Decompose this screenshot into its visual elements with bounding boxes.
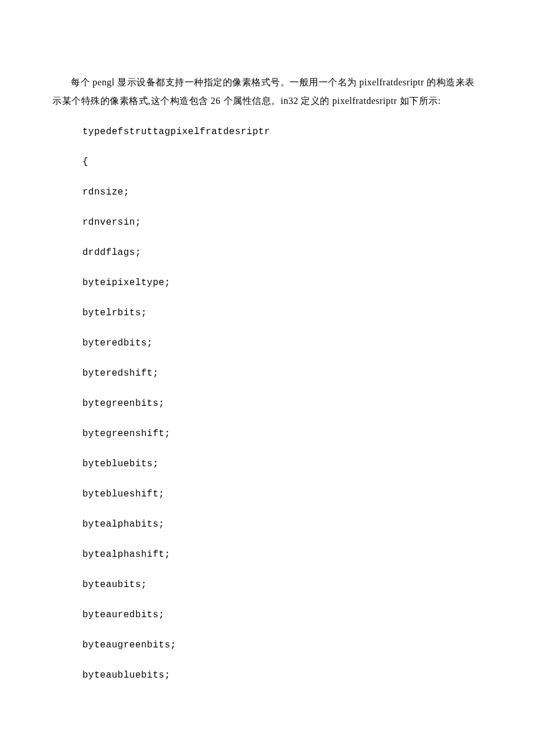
code-line: byteaubits; [82,579,482,590]
code-line: rdnversin; [82,217,482,228]
code-line: bytelrbits; [82,308,482,318]
code-line: bytegreenshift; [82,429,482,439]
code-line: bytealphabits; [82,519,482,530]
code-line: drddflags; [82,247,482,258]
code-line: byteaubluebits; [82,670,482,681]
code-line: byteaugreenbits; [82,640,482,650]
code-line: { [82,157,482,167]
code-line: byteipixeltype; [82,278,482,288]
code-line: byteredbits; [82,338,482,348]
code-line: rdnsize; [82,187,482,197]
code-line: byteauredbits; [82,610,482,620]
code-line: bytealphashift; [82,549,482,560]
document-page: 每个 pengl 显示设备都支持一种指定的像素格式号。一般用一个名为 pixel… [0,0,534,735]
code-line: byteredshift; [82,368,482,379]
code-line: bytebluebits; [82,459,482,469]
code-line: byteblueshift; [82,489,482,499]
code-line: bytegreenbits; [82,398,482,409]
intro-paragraph: 每个 pengl 显示设备都支持一种指定的像素格式号。一般用一个名为 pixel… [52,73,482,110]
code-line: typedefstruttagpixelfratdesriptr [82,127,482,137]
